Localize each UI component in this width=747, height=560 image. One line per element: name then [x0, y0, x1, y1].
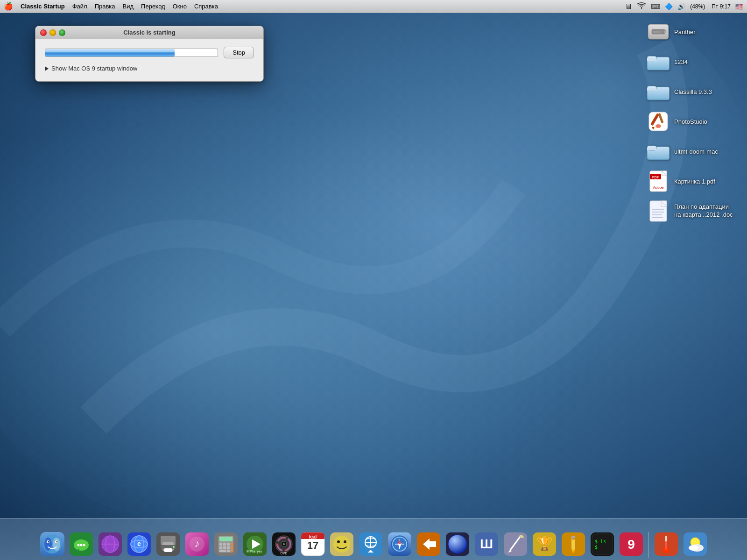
svg-rect-71	[227, 543, 230, 546]
monitor-icon[interactable]: 🖥	[625, 2, 632, 11]
traffic-lights	[40, 29, 65, 36]
keyboard-icon[interactable]: ⌨	[651, 3, 660, 10]
menubar: 🍎 Classic Startup Файл Правка Вид Перехо…	[0, 0, 747, 13]
folder-ultmt-img	[647, 140, 669, 163]
svg-point-16	[655, 124, 661, 128]
svg-point-101	[344, 540, 346, 543]
photostudio-img	[647, 110, 669, 133]
desktop-icon-1234[interactable]: 1234	[644, 49, 738, 75]
doc-icon-img	[647, 200, 669, 222]
disclosure-triangle-icon	[45, 66, 49, 71]
dock-item-ical[interactable]: iCal 17	[299, 531, 326, 558]
file-menu[interactable]: Файл	[72, 3, 87, 10]
dock-item-calculator[interactable]	[212, 531, 240, 558]
svg-point-38	[48, 541, 49, 543]
ultmt-doom-mac-label: ultmt-doom-mac	[674, 148, 718, 155]
svg-point-0	[0, 75, 607, 542]
dock: e	[0, 513, 747, 560]
desktop-icon-photostudio[interactable]: PhotoStudio	[644, 108, 738, 135]
startup-disclosure[interactable]: Show Mac OS 9 startup window	[45, 65, 254, 72]
dock-item-itunes[interactable]: ♪	[183, 531, 211, 558]
desktop-icon-classilla[interactable]: Classilla 9.3.3	[644, 78, 738, 105]
dock-item-app2[interactable]	[415, 531, 442, 558]
dock-item-finder[interactable]	[39, 531, 66, 558]
svg-rect-79	[231, 550, 233, 552]
desktop-icon-doc[interactable]: План по адаптациина кварта...2012 .doc	[644, 198, 738, 224]
desktop-icons: Panther 1234	[644, 19, 738, 224]
bluetooth-icon[interactable]: 🔷	[665, 3, 673, 10]
dock-item-face[interactable]	[328, 531, 355, 558]
progress-row: Stop	[45, 47, 254, 58]
svg-text:DVD: DVD	[280, 552, 287, 555]
pdf-label: Картинка 1.pdf	[674, 178, 715, 185]
svg-text:9: 9	[627, 537, 635, 552]
dock-item-pen[interactable]	[502, 531, 529, 558]
svg-rect-19	[647, 148, 656, 150]
svg-rect-128	[592, 534, 613, 554]
svg-text:$ _: $ _	[595, 545, 604, 550]
desktop-icon-ultmt-doom-mac[interactable]: ultmt-doom-mac	[644, 138, 738, 164]
battery-status[interactable]: (48%)	[690, 3, 705, 10]
svg-rect-77	[219, 550, 226, 552]
svg-rect-11	[647, 88, 656, 91]
dock-item-dvd[interactable]: DVD	[270, 531, 297, 558]
clock: Пт 9:17	[712, 3, 731, 10]
folder-1234-img	[647, 50, 669, 73]
hdd-icon-img	[647, 21, 669, 43]
photostudio-label: PhotoStudio	[674, 118, 707, 125]
minimize-button[interactable]	[49, 29, 56, 36]
svg-point-44	[83, 544, 85, 546]
close-button[interactable]	[40, 29, 47, 36]
svg-point-39	[56, 541, 57, 543]
dock-item-inetconnect[interactable]	[357, 531, 384, 558]
dock-item-mplayer[interactable]: MPla yer	[241, 531, 268, 558]
dock-item-app3[interactable]: 9	[618, 531, 645, 558]
dock-item-printer[interactable]	[155, 531, 182, 558]
dock-item-textapp[interactable]: Ш	[473, 531, 500, 558]
progress-bar	[45, 49, 218, 57]
dock-item-carracho[interactable]	[97, 531, 124, 558]
svg-rect-70	[223, 543, 226, 546]
svg-text:Ш: Ш	[479, 537, 493, 551]
window-menu[interactable]: Окно	[173, 3, 187, 10]
dock-item-weather[interactable]	[682, 531, 709, 558]
svg-point-43	[80, 544, 82, 546]
svg-point-89	[283, 543, 285, 545]
dock-item-ie[interactable]: e	[126, 531, 153, 558]
dock-item-thermo[interactable]	[653, 531, 680, 558]
dock-item-mascot[interactable]: 🏆	[531, 531, 558, 558]
wifi-icon[interactable]	[637, 2, 646, 11]
view-menu[interactable]: Вид	[123, 3, 134, 10]
go-menu[interactable]: Переход	[141, 3, 165, 10]
dock-item-bluetool[interactable]	[444, 531, 471, 558]
svg-rect-61	[164, 548, 172, 552]
svg-point-100	[337, 540, 340, 543]
svg-rect-68	[219, 537, 233, 541]
desktop-icon-panther[interactable]: Panther	[644, 19, 738, 45]
dock-item-snak[interactable]	[68, 531, 95, 558]
desktop-icon-pdf[interactable]: PDF Adobe Картинка 1.pdf	[644, 168, 738, 194]
classic-startup-dialog: Classic is starting Stop Show Mac OS 9 s…	[35, 26, 264, 82]
stop-button[interactable]: Stop	[224, 47, 254, 58]
svg-rect-125	[571, 536, 575, 539]
dock-items: e	[34, 531, 713, 558]
maximize-button[interactable]	[59, 29, 65, 36]
dock-item-pencil[interactable]	[560, 531, 587, 558]
help-menu[interactable]: Справка	[194, 3, 218, 10]
dock-item-terminal[interactable]: $ ls $ _	[589, 531, 616, 558]
edit-menu[interactable]: Правка	[95, 3, 115, 10]
svg-rect-73	[219, 546, 222, 549]
svg-point-114	[448, 535, 467, 553]
dock-item-browser[interactable]	[386, 531, 413, 558]
svg-rect-136	[665, 541, 667, 550]
menubar-left: 🍎 Classic Startup Файл Правка Вид Перехо…	[4, 2, 625, 11]
svg-rect-69	[219, 543, 222, 546]
svg-point-62	[173, 546, 175, 548]
app-menu-title[interactable]: Classic Startup	[21, 3, 65, 10]
svg-text:e: e	[137, 540, 141, 547]
apple-menu[interactable]: 🍎	[4, 2, 13, 11]
volume-icon[interactable]: 🔊	[677, 3, 685, 10]
panther-label: Panther	[674, 28, 696, 35]
svg-rect-72	[231, 543, 233, 546]
flag-icon[interactable]: 🇺🇸	[735, 3, 743, 10]
